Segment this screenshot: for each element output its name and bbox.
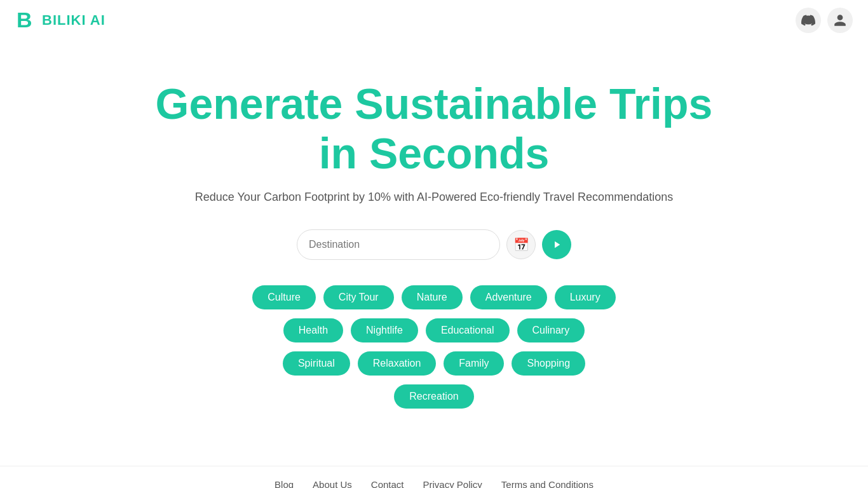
- brand-name: BILIKI AI: [42, 12, 105, 29]
- hero-subtitle: Reduce Your Carbon Footprint by 10% with…: [13, 191, 855, 204]
- hero-title-line1: Generate Sustainable Trips: [156, 79, 713, 128]
- footer: Blog About Us Contact Privacy Policy Ter…: [0, 466, 868, 488]
- play-icon: [551, 239, 562, 250]
- logo-icon: B: [15, 8, 39, 32]
- tag-family[interactable]: Family: [444, 351, 504, 376]
- footer-blog[interactable]: Blog: [275, 479, 294, 488]
- logo[interactable]: B BILIKI AI: [15, 8, 105, 32]
- tag-city-tour[interactable]: City Tour: [323, 285, 394, 309]
- tag-nightlife[interactable]: Nightlife: [351, 318, 418, 342]
- footer-nav: Blog About Us Contact Privacy Policy Ter…: [13, 479, 855, 488]
- footer-privacy[interactable]: Privacy Policy: [423, 479, 482, 488]
- calendar-button[interactable]: 📅: [506, 230, 536, 259]
- user-icon: [833, 13, 847, 27]
- hero-title: Generate Sustainable Trips in Seconds: [13, 79, 855, 178]
- svg-text:B: B: [17, 8, 32, 32]
- tags-row-3: Spiritual Relaxation Family Shopping: [283, 351, 585, 376]
- tag-relaxation[interactable]: Relaxation: [358, 351, 437, 376]
- tag-spiritual[interactable]: Spiritual: [283, 351, 350, 376]
- tag-educational[interactable]: Educational: [426, 318, 510, 342]
- footer-contact[interactable]: Contact: [371, 479, 404, 488]
- user-button[interactable]: [827, 8, 853, 33]
- tag-nature[interactable]: Nature: [402, 285, 463, 309]
- destination-input[interactable]: [297, 229, 500, 260]
- header: B BILIKI AI: [0, 0, 868, 41]
- generate-button[interactable]: [542, 230, 571, 259]
- tag-adventure[interactable]: Adventure: [470, 285, 547, 309]
- tag-recreation[interactable]: Recreation: [394, 384, 473, 409]
- search-bar: 📅: [13, 229, 855, 260]
- tag-culinary[interactable]: Culinary: [517, 318, 585, 342]
- tags-container: Culture City Tour Nature Adventure Luxur…: [13, 285, 855, 409]
- hero-section: Generate Sustainable Trips in Seconds Re…: [0, 41, 868, 466]
- header-actions: [796, 8, 853, 33]
- tags-row-2: Health Nightlife Educational Culinary: [283, 318, 585, 342]
- tag-culture[interactable]: Culture: [252, 285, 316, 309]
- tag-luxury[interactable]: Luxury: [555, 285, 616, 309]
- tags-row-4: Recreation: [394, 384, 473, 409]
- footer-about[interactable]: About Us: [313, 479, 352, 488]
- footer-terms[interactable]: Terms and Conditions: [501, 479, 593, 488]
- discord-icon: [801, 13, 815, 27]
- tag-shopping[interactable]: Shopping: [512, 351, 585, 376]
- tag-health[interactable]: Health: [283, 318, 343, 342]
- hero-title-line2: in Seconds: [319, 129, 550, 177]
- tags-row-1: Culture City Tour Nature Adventure Luxur…: [252, 285, 615, 309]
- discord-button[interactable]: [796, 8, 821, 33]
- calendar-icon: 📅: [513, 237, 529, 252]
